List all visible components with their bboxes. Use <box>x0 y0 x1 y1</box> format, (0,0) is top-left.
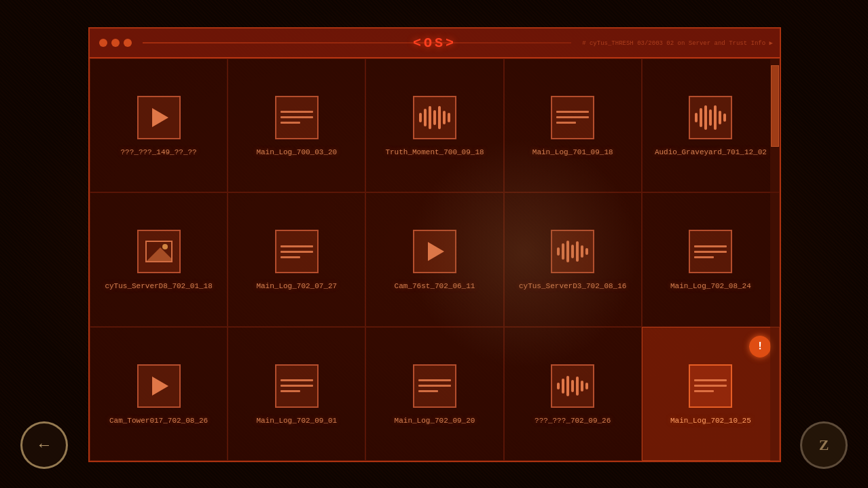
file-icon-image <box>137 230 181 273</box>
doc-icon <box>414 375 455 396</box>
image-icon <box>145 241 173 262</box>
bar <box>562 379 564 394</box>
file-item-13[interactable]: ???_???_702_09_26 <box>504 327 642 461</box>
doc-line-3 <box>418 390 438 392</box>
file-icon-audio <box>551 230 594 273</box>
file-item-11[interactable]: Main_Log_702_09_01 <box>228 327 365 461</box>
file-grid: ???_???_149_??_?? Main_Log_700_03_20 <box>90 58 780 461</box>
doc-line-1 <box>418 379 451 381</box>
file-item-14[interactable]: ! Main_Log_702_10_25 <box>642 327 780 461</box>
doc-line-3 <box>281 122 300 124</box>
bar <box>704 105 707 130</box>
file-name-5: cyTus_ServerD8_702_01_18 <box>105 281 212 292</box>
bar <box>723 114 726 122</box>
file-item-0[interactable]: ???_???_149_??_?? <box>90 58 228 192</box>
file-icon-doc <box>551 96 594 139</box>
bar <box>585 248 588 255</box>
file-icon-video <box>137 96 181 139</box>
bar <box>424 109 427 126</box>
doc-icon <box>552 107 593 128</box>
doc-line-2 <box>556 116 589 118</box>
doc-line-2 <box>694 251 727 253</box>
file-item-2[interactable]: Truth_Moment_700_09_18 <box>365 58 503 192</box>
play-icon <box>152 108 168 127</box>
file-name-12: Main_Log_702_09_20 <box>395 416 475 426</box>
file-name-1: Main_Log_700_03_20 <box>256 147 337 158</box>
bar <box>695 113 698 122</box>
bar <box>443 111 446 124</box>
waveform-icon <box>695 105 726 130</box>
doc-line-3 <box>556 122 576 124</box>
file-icon-video <box>137 364 181 408</box>
file-icon-doc <box>275 96 319 139</box>
scrollbar-thumb[interactable] <box>771 65 779 147</box>
doc-line-1 <box>694 245 727 247</box>
bar <box>566 376 569 396</box>
file-icon-audio <box>551 364 594 408</box>
doc-line-3 <box>281 256 300 258</box>
doc-line-2 <box>694 385 727 387</box>
bar <box>562 243 564 260</box>
doc-line-3 <box>281 390 300 392</box>
file-item-12[interactable]: Main_Log_702_09_20 <box>365 327 503 461</box>
file-item-10[interactable]: Cam_Tower017_702_08_26 <box>90 327 228 461</box>
dot-2 <box>111 39 120 47</box>
bar <box>576 241 579 262</box>
window-dots <box>99 39 132 47</box>
file-item-1[interactable]: Main_Log_700_03_20 <box>228 58 365 192</box>
file-icon-doc <box>275 230 319 273</box>
waveform-icon <box>557 374 588 398</box>
doc-icon <box>276 107 317 128</box>
file-item-5[interactable]: cyTus_ServerD8_702_01_18 <box>90 192 228 326</box>
file-item-6[interactable]: Main_Log_702_07_27 <box>228 192 365 326</box>
bar <box>714 105 717 130</box>
doc-line-1 <box>556 111 589 113</box>
scrollbar-track[interactable] <box>770 58 780 461</box>
file-name-10: Cam_Tower017_702_08_26 <box>109 416 208 426</box>
back-button[interactable]: ← <box>20 421 68 469</box>
bar <box>581 381 583 391</box>
doc-line-2 <box>281 385 313 387</box>
waveform-icon <box>557 239 588 264</box>
doc-line-1 <box>694 379 727 381</box>
back-icon: ← <box>39 436 49 455</box>
dot-1 <box>99 39 107 47</box>
bar <box>700 108 702 127</box>
doc-line-2 <box>281 116 313 118</box>
doc-icon <box>690 375 731 396</box>
file-name-4: Audio_Graveyard_701_12_02 <box>655 147 767 158</box>
file-icon-doc-alert <box>689 364 732 408</box>
bar <box>557 247 560 256</box>
file-icon-doc <box>275 364 319 408</box>
right-button[interactable]: Z <box>800 421 848 469</box>
file-item-4[interactable]: Audio_Graveyard_701_12_02 <box>642 58 780 192</box>
bar <box>448 113 450 122</box>
file-name-3: Main_Log_701_09_18 <box>532 147 613 158</box>
bar <box>719 111 721 124</box>
file-item-7[interactable]: Cam_76st_702_06_11 <box>365 192 503 326</box>
file-item-9[interactable]: Main_Log_702_08_24 <box>642 192 780 326</box>
waveform-icon <box>419 105 450 130</box>
doc-line-1 <box>281 379 313 381</box>
play-icon <box>428 242 444 261</box>
file-icon-audio <box>413 96 456 139</box>
main-window: <OS> # cyTus_THRESH 03/2003 02 on Server… <box>88 27 781 462</box>
file-name-11: Main_Log_702_09_01 <box>256 416 337 426</box>
doc-icon <box>276 375 317 396</box>
file-item-3[interactable]: Main_Log_701_09_18 <box>504 58 642 192</box>
bar <box>419 113 422 122</box>
file-icon-doc <box>689 230 732 273</box>
file-name-2: Truth_Moment_700_09_18 <box>385 147 484 158</box>
file-item-8[interactable]: cyTus_ServerD3_702_08_16 <box>504 192 642 326</box>
file-name-7: Cam_76st_702_06_11 <box>395 281 475 292</box>
bar <box>709 109 712 126</box>
bar <box>433 110 436 125</box>
dot-3 <box>124 39 132 47</box>
doc-line-3 <box>694 390 714 392</box>
file-name-14: Main_Log_702_10_25 <box>670 416 751 426</box>
play-icon <box>152 377 168 396</box>
doc-icon <box>276 241 317 262</box>
file-name-6: Main_Log_702_07_27 <box>256 281 337 292</box>
bar <box>566 241 569 262</box>
window-title: <OS> <box>413 35 456 51</box>
